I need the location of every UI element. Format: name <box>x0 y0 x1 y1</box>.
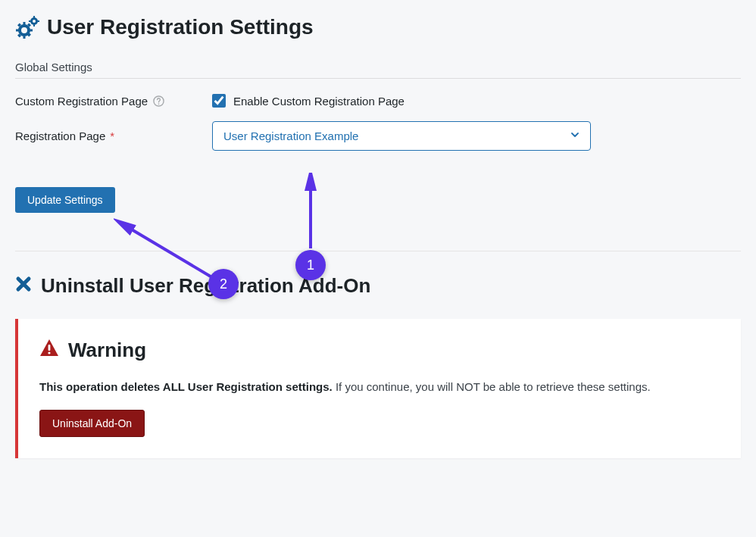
annotation-marker-1: 1 <box>295 250 326 280</box>
svg-rect-0 <box>23 22 26 25</box>
registration-page-row: Registration Page * User Registration Ex… <box>15 121 741 151</box>
custom-registration-label: Custom Registration Page <box>15 95 212 108</box>
warning-text-rest: If you continue, you will NOT be able to… <box>333 380 651 393</box>
help-icon[interactable] <box>152 95 164 107</box>
uninstall-title: Uninstall User Registration Add-On <box>15 274 741 298</box>
uninstall-title-text: Uninstall User Registration Add-On <box>41 274 370 298</box>
registration-page-select-wrap: User Registration Example <box>212 121 591 151</box>
enable-custom-registration-checkbox-label: Enable Custom Registration Page <box>233 95 405 108</box>
svg-point-15 <box>158 103 159 105</box>
svg-line-19 <box>123 224 218 281</box>
page-title: User Registration Settings <box>15 15 741 39</box>
warning-heading: Warning <box>39 339 720 362</box>
uninstall-button[interactable]: Uninstall Add-On <box>39 410 145 437</box>
svg-rect-3 <box>30 30 33 32</box>
warning-heading-text: Warning <box>68 339 146 362</box>
svg-point-17 <box>48 351 50 354</box>
svg-rect-11 <box>33 24 35 27</box>
enable-custom-registration-checkbox-wrap[interactable]: Enable Custom Registration Page <box>212 94 405 108</box>
svg-rect-1 <box>23 36 26 39</box>
global-settings-heading: Global Settings <box>15 61 741 79</box>
svg-point-9 <box>33 20 36 23</box>
custom-registration-row: Custom Registration Page Enable Custom R… <box>15 94 741 108</box>
required-asterisk: * <box>110 130 114 142</box>
warning-text: This operation deletes ALL User Registra… <box>39 380 720 393</box>
registration-page-label-text: Registration Page <box>15 130 105 142</box>
warning-box: Warning This operation deletes ALL User … <box>15 319 741 458</box>
warning-text-bold: This operation deletes ALL User Registra… <box>39 380 333 393</box>
svg-rect-2 <box>16 30 19 32</box>
svg-rect-13 <box>37 20 39 22</box>
svg-rect-10 <box>33 16 35 18</box>
update-settings-button[interactable]: Update Settings <box>15 187 115 213</box>
section-divider <box>15 251 741 251</box>
svg-rect-12 <box>29 20 31 22</box>
page-title-text: User Registration Settings <box>47 15 314 39</box>
warning-triangle-icon <box>39 339 59 362</box>
annotation-arrow-1 <box>301 173 320 254</box>
custom-registration-label-text: Custom Registration Page <box>15 95 148 108</box>
gears-icon <box>15 16 39 39</box>
registration-page-label: Registration Page * <box>15 130 212 142</box>
registration-page-select[interactable]: User Registration Example <box>212 121 591 151</box>
enable-custom-registration-checkbox[interactable] <box>212 94 226 108</box>
annotation-marker-2: 2 <box>208 269 239 299</box>
svg-rect-16 <box>48 345 51 351</box>
close-icon <box>15 274 32 298</box>
